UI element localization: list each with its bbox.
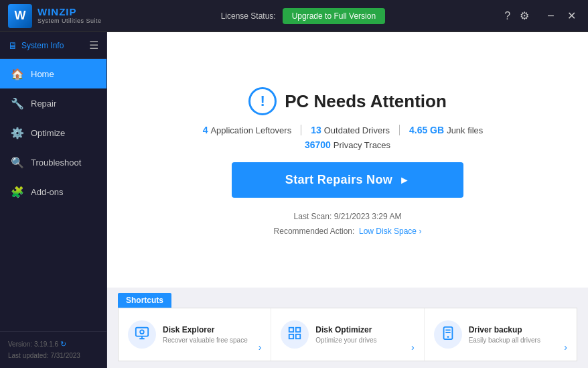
stat-app-leftovers-label: Application Leftovers xyxy=(210,125,291,135)
logo-icon: W xyxy=(8,4,32,28)
repair-icon: 🔧 xyxy=(11,97,24,110)
shortcuts-section: Shortcuts Disk Explorer xyxy=(107,288,588,368)
svg-rect-0 xyxy=(136,327,148,336)
driver-backup-chevron-icon: › xyxy=(564,342,567,354)
stat-outdated-drivers-number: 13 xyxy=(311,125,321,135)
help-icon[interactable]: ? xyxy=(504,10,510,22)
attention-icon: ! xyxy=(248,87,277,115)
start-repairs-button[interactable]: Start Repairs Now ► xyxy=(232,162,463,198)
stat-outdated-drivers: 13 Outdated Drivers xyxy=(301,125,400,135)
close-button[interactable]: ✕ xyxy=(563,8,580,23)
shortcuts-header: Shortcuts xyxy=(118,293,171,308)
shortcut-disk-optimizer[interactable]: Disk Optimizer Optimize your drives › xyxy=(271,308,424,361)
disk-explorer-chevron-icon: › xyxy=(259,342,262,354)
stats-row2: 36700 Privacy Traces xyxy=(305,139,390,150)
attention-header: ! PC Needs Attention xyxy=(248,87,447,115)
last-scan-label: Last Scan: 9/21/2023 3:29 AM xyxy=(274,210,422,225)
scan-info: Last Scan: 9/21/2023 3:29 AM Recommended… xyxy=(274,210,422,239)
stat-junk-files-label: Junk files xyxy=(447,125,483,135)
license-label: License Status: xyxy=(221,11,276,21)
start-repairs-label: Start Repairs Now xyxy=(285,173,392,187)
app-body: 🖥 System Info ☰ 🏠 Home 🔧 Repair ⚙️ Optim… xyxy=(0,32,588,368)
attention-title: PC Needs Attention xyxy=(285,91,447,112)
sidebar-item-troubleshoot[interactable]: 🔍 Troubleshoot xyxy=(0,147,106,177)
home-icon: 🏠 xyxy=(11,67,24,80)
logo-subtitle: System Utilities Suite xyxy=(38,18,102,25)
driver-backup-title: Driver backup xyxy=(469,325,558,334)
sidebar-top: 🖥 System Info ☰ xyxy=(0,32,106,59)
logo-winzip: WINZIP xyxy=(38,7,102,18)
driver-backup-icon xyxy=(441,326,455,344)
privacy-label: Privacy Traces xyxy=(334,140,390,150)
svg-rect-4 xyxy=(289,334,293,338)
disk-optimizer-desc: Optimize your drives xyxy=(315,336,405,345)
sidebar-footer: Version: 3.19.1.6 ↻ Last updated: 7/31/2… xyxy=(0,331,106,368)
svg-point-1 xyxy=(140,330,144,334)
stat-outdated-drivers-label: Outdated Drivers xyxy=(324,125,390,135)
system-info-link[interactable]: 🖥 System Info xyxy=(8,40,64,51)
driver-backup-text: Driver backup Easily backup all drivers xyxy=(469,325,558,345)
shortcut-disk-explorer[interactable]: Disk Explorer Recover valuable free spac… xyxy=(119,308,271,361)
main-content: ! PC Needs Attention 4 Application Lefto… xyxy=(107,32,588,368)
title-bar-center: License Status: Upgrade to Full Version xyxy=(102,8,505,24)
recommended-link[interactable]: Low Disk Space › xyxy=(359,227,421,236)
sidebar-item-optimize[interactable]: ⚙️ Optimize xyxy=(0,118,106,147)
title-bar: W WINZIP System Utilities Suite License … xyxy=(0,0,588,32)
sidebar-item-repair[interactable]: 🔧 Repair xyxy=(0,88,106,118)
sidebar-item-addons[interactable]: 🧩 Add-ons xyxy=(0,177,106,206)
privacy-number: 36700 xyxy=(305,139,331,150)
main-upper: ! PC Needs Attention 4 Application Lefto… xyxy=(107,32,588,288)
stats-row: 4 Application Leftovers 13 Outdated Driv… xyxy=(203,125,493,135)
refresh-icon[interactable]: ↻ xyxy=(60,340,66,348)
sidebar-item-home[interactable]: 🏠 Home xyxy=(0,59,106,88)
gear-icon[interactable]: ⚙ xyxy=(520,9,529,22)
recommended-label: Recommended Action: xyxy=(274,227,355,236)
optimize-icon: ⚙️ xyxy=(11,126,24,139)
disk-optimizer-title: Disk Optimizer xyxy=(315,325,405,334)
stat-app-leftovers: 4 Application Leftovers xyxy=(203,125,301,135)
svg-rect-2 xyxy=(289,327,293,331)
disk-explorer-icon xyxy=(135,326,149,344)
stat-app-leftovers-number: 4 xyxy=(203,125,208,135)
disk-explorer-desc: Recover valuable free space xyxy=(163,336,252,345)
recommended-action-row: Recommended Action: Low Disk Space › xyxy=(274,225,422,239)
svg-rect-3 xyxy=(296,327,300,331)
driver-backup-desc: Easily backup all drivers xyxy=(469,336,558,345)
minimize-button[interactable]: – xyxy=(544,8,558,23)
upgrade-button[interactable]: Upgrade to Full Version xyxy=(283,8,385,24)
sidebar-item-repair-label: Repair xyxy=(31,99,56,109)
sidebar-item-troubleshoot-label: Troubleshoot xyxy=(31,158,81,168)
shortcut-driver-backup[interactable]: Driver backup Easily backup all drivers … xyxy=(425,308,577,361)
disk-optimizer-icon-wrap xyxy=(281,320,309,349)
disk-optimizer-text: Disk Optimizer Optimize your drives xyxy=(315,325,405,345)
stat-junk-files: 4.65 GB Junk files xyxy=(400,125,492,135)
version-label: Version: 3.19.1.6 xyxy=(8,341,58,348)
hamburger-icon[interactable]: ☰ xyxy=(89,39,98,52)
title-bar-actions: ? ⚙ – ✕ xyxy=(504,8,580,23)
svg-rect-5 xyxy=(296,334,300,338)
disk-explorer-title: Disk Explorer xyxy=(163,325,252,334)
troubleshoot-icon: 🔍 xyxy=(11,156,24,169)
logo-text: WINZIP System Utilities Suite xyxy=(38,7,102,24)
sidebar-item-addons-label: Add-ons xyxy=(31,187,63,197)
disk-optimizer-chevron-icon: › xyxy=(411,342,415,354)
stat-junk-files-number: 4.65 GB xyxy=(409,125,444,135)
shortcuts-bar: Disk Explorer Recover valuable free spac… xyxy=(118,308,577,361)
monitor-icon: 🖥 xyxy=(8,40,17,51)
driver-backup-icon-wrap xyxy=(434,320,462,349)
last-updated-label: Last updated: 7/31/2023 xyxy=(8,351,98,361)
addons-icon: 🧩 xyxy=(11,185,24,198)
system-info-label: System Info xyxy=(21,41,64,50)
app-logo: W WINZIP System Utilities Suite xyxy=(8,4,102,28)
disk-explorer-text: Disk Explorer Recover valuable free spac… xyxy=(163,325,252,345)
sidebar-item-optimize-label: Optimize xyxy=(31,128,65,138)
disk-explorer-icon-wrap xyxy=(128,320,156,349)
sidebar-item-home-label: Home xyxy=(31,69,54,79)
window-controls: – ✕ xyxy=(544,8,580,23)
start-repairs-arrow-icon: ► xyxy=(399,174,410,186)
disk-optimizer-icon xyxy=(287,326,302,344)
sidebar: 🖥 System Info ☰ 🏠 Home 🔧 Repair ⚙️ Optim… xyxy=(0,32,107,368)
